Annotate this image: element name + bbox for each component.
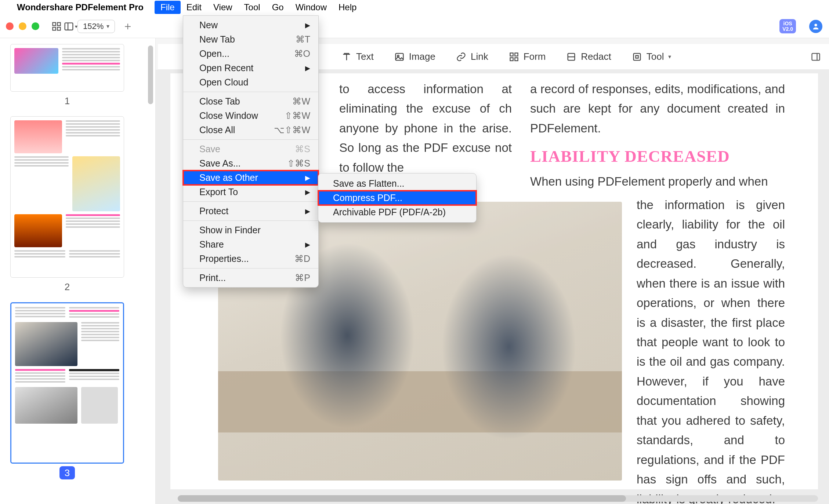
- menu-item-export-to[interactable]: Export To▶: [183, 185, 318, 199]
- menu-window[interactable]: Window: [290, 1, 333, 14]
- menu-item-save-as-other[interactable]: Save as Other▶: [183, 171, 318, 185]
- svg-rect-2: [53, 27, 56, 30]
- chevron-down-icon: ▾: [668, 53, 671, 60]
- menu-item-new-tab[interactable]: New Tab⌘T: [183, 32, 318, 47]
- body-text: When using PDFelement properly and when: [530, 172, 785, 191]
- menu-item-close-all[interactable]: Close All⌥⇧⌘W: [183, 123, 318, 137]
- submenu-arrow-icon: ▶: [305, 207, 310, 215]
- tool-redact[interactable]: Redact: [566, 51, 611, 62]
- menu-item-share[interactable]: Share▶: [183, 237, 318, 252]
- submenu-item-compress-pdf[interactable]: Compress PDF...: [318, 191, 476, 205]
- page-number-1: 1: [10, 95, 124, 107]
- tool-form[interactable]: Form: [509, 51, 546, 62]
- zoom-select[interactable]: 152% ▾: [77, 20, 115, 33]
- svg-rect-4: [65, 23, 73, 30]
- svg-rect-9: [510, 53, 513, 56]
- menu-item-save: Save⌘S: [183, 142, 318, 156]
- menu-item-new[interactable]: New▶: [183, 18, 318, 32]
- tool-link[interactable]: Link: [456, 51, 488, 62]
- page-thumbnail-2[interactable]: [10, 116, 124, 278]
- menu-item-open-cloud[interactable]: Open Cloud: [183, 75, 318, 90]
- tool-image[interactable]: Image: [394, 51, 435, 62]
- svg-rect-3: [57, 27, 60, 30]
- page-layout-icon[interactable]: ▾: [64, 19, 77, 33]
- chevron-down-icon: ▾: [106, 23, 109, 30]
- menu-item-close-tab[interactable]: Close Tab⌘W: [183, 94, 318, 109]
- tool-more[interactable]: Tool ▾: [632, 51, 671, 62]
- horizontal-scrollbar[interactable]: [178, 495, 818, 502]
- page-number-2: 2: [10, 281, 124, 293]
- menu-file[interactable]: File: [155, 1, 181, 14]
- menu-view[interactable]: View: [207, 1, 238, 14]
- section-heading: LIABILITY DECREASED: [530, 147, 785, 166]
- svg-rect-1: [57, 22, 60, 25]
- submenu-arrow-icon: ▶: [305, 188, 310, 196]
- thumbnail-sidebar: 1 2 3: [0, 38, 156, 504]
- new-tab-button[interactable]: ＋: [122, 19, 133, 34]
- menu-item-open[interactable]: Open...⌘O: [183, 47, 318, 61]
- menu-item-show-in-finder[interactable]: Show in Finder: [183, 223, 318, 237]
- window-toolbar: ▾ 152% ▾ ＋ iOS V2.0: [0, 15, 829, 38]
- submenu-arrow-icon: ▶: [305, 241, 310, 249]
- body-text: to access information at eliminating the…: [339, 79, 512, 177]
- zoom-value: 152%: [83, 22, 104, 31]
- minimize-window-button[interactable]: [19, 22, 26, 30]
- ios-badge[interactable]: iOS V2.0: [779, 19, 796, 33]
- submenu-arrow-icon: ▶: [305, 21, 310, 29]
- submenu-item-archivable-pdf-pdf-a-2b[interactable]: Archivable PDF (PDF/A-2b): [318, 205, 476, 219]
- fullscreen-window-button[interactable]: [32, 22, 39, 30]
- menu-item-open-recent[interactable]: Open Recent▶: [183, 61, 318, 75]
- menu-go[interactable]: Go: [266, 1, 290, 14]
- svg-rect-12: [515, 58, 518, 61]
- tool-text[interactable]: Text: [341, 51, 374, 62]
- menu-help[interactable]: Help: [333, 1, 362, 14]
- page-number-3: 3: [10, 467, 124, 479]
- menu-item-print[interactable]: Print...⌘P: [183, 271, 318, 285]
- svg-rect-11: [510, 58, 513, 61]
- sidebar-scrollbar[interactable]: [148, 45, 153, 104]
- submenu-arrow-icon: ▶: [305, 64, 310, 72]
- panel-toggle-icon[interactable]: [811, 52, 821, 62]
- menu-item-close-window[interactable]: Close Window⇧⌘W: [183, 109, 318, 123]
- svg-point-6: [814, 24, 817, 26]
- submenu-arrow-icon: ▶: [305, 174, 310, 182]
- thumbnails-toggle-icon[interactable]: [50, 19, 64, 33]
- menu-tool[interactable]: Tool: [238, 1, 266, 14]
- menu-edit[interactable]: Edit: [181, 1, 207, 14]
- file-menu-dropdown: New▶New Tab⌘TOpen...⌘OOpen Recent▶Open C…: [183, 15, 319, 288]
- submenu-item-save-as-flatten[interactable]: Save as Flatten...: [318, 176, 476, 191]
- app-name[interactable]: Wondershare PDFelement Pro: [17, 2, 144, 12]
- window-controls: [6, 22, 39, 30]
- mac-menubar: Wondershare PDFelement Pro File Edit Vie…: [0, 0, 829, 15]
- close-window-button[interactable]: [6, 22, 14, 30]
- page-thumbnail-3[interactable]: [10, 302, 124, 464]
- menu-item-properties[interactable]: Properties...⌘D: [183, 252, 318, 266]
- menu-item-protect[interactable]: Protect▶: [183, 204, 318, 218]
- account-avatar[interactable]: [809, 20, 822, 33]
- save-as-other-submenu: Save as Flatten...Compress PDF...Archiva…: [318, 173, 477, 223]
- body-text: a record of responses, edits, modificati…: [530, 79, 785, 138]
- svg-rect-15: [633, 53, 640, 60]
- svg-rect-0: [53, 22, 56, 25]
- page-thumbnail-1[interactable]: [10, 44, 124, 92]
- svg-rect-16: [812, 53, 820, 60]
- menu-item-save-as[interactable]: Save As...⇧⌘S: [183, 156, 318, 171]
- svg-rect-7: [395, 53, 403, 60]
- svg-rect-10: [515, 53, 518, 56]
